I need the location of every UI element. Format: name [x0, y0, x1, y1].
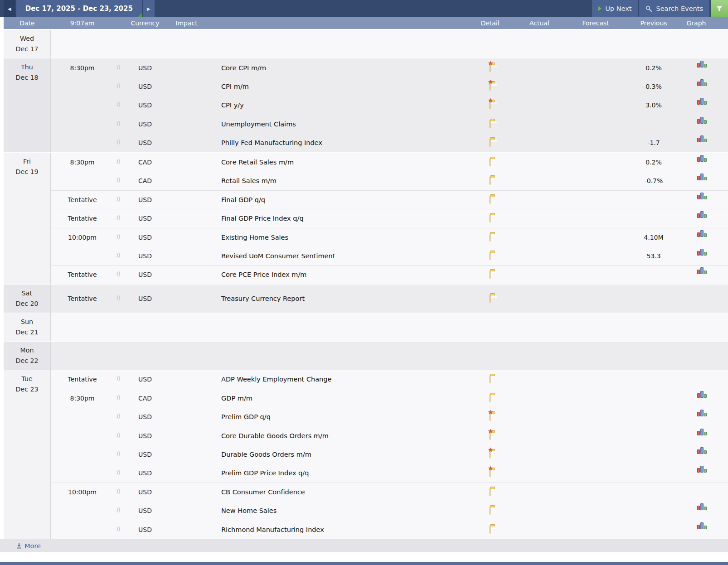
event-name[interactable]: Durable Goods Orders m/m	[221, 451, 311, 458]
alert-icon[interactable]	[116, 488, 121, 495]
detail-folder-icon[interactable]: ★	[490, 177, 490, 185]
day-group: Sun Dec 21	[4, 313, 728, 341]
event-row: Tentative USD Final GDP Price Index q/q …	[51, 209, 728, 227]
event-name[interactable]: CB Consumer Confidence	[221, 488, 305, 496]
alert-icon[interactable]	[116, 507, 121, 513]
alert-icon[interactable]	[116, 139, 121, 145]
event-row: USD CPI m/m ★ 0.3%	[51, 77, 728, 96]
alert-icon[interactable]	[116, 64, 121, 71]
alert-icon[interactable]	[116, 450, 121, 457]
event-name[interactable]: Core PCE Price Index m/m	[221, 271, 306, 278]
event-name[interactable]: ADP Weekly Employment Change	[221, 376, 331, 383]
event-name[interactable]: Unemployment Claims	[221, 121, 296, 128]
detail-folder-icon[interactable]: ★	[490, 196, 490, 204]
alert-icon[interactable]	[116, 295, 121, 301]
alert-icon[interactable]	[116, 270, 121, 277]
up-next-button[interactable]: Up Next	[592, 0, 638, 17]
date-range-button[interactable]: Dec 17, 2025 - Dec 23, 2025	[16, 0, 142, 17]
detail-folder-icon[interactable]: ★	[490, 233, 490, 241]
detail-folder-icon[interactable]: ★	[490, 488, 490, 496]
alert-icon[interactable]	[116, 196, 121, 203]
event-name[interactable]: CPI y/y	[221, 101, 244, 109]
event-name[interactable]: Final GDP q/q	[221, 196, 265, 203]
detail-folder-icon[interactable]: ★	[490, 469, 490, 477]
day-name: Sun	[4, 317, 50, 327]
event-currency: USD	[123, 139, 167, 146]
alert-icon[interactable]	[116, 101, 121, 108]
event-name[interactable]: Philly Fed Manufacturing Index	[221, 139, 322, 146]
previous-value: 0.2%	[621, 64, 686, 72]
more-link[interactable]: More	[16, 542, 41, 550]
detail-folder-icon[interactable]: ★	[490, 270, 490, 279]
detail-folder-icon[interactable]: ★	[490, 375, 490, 383]
detail-folder-icon[interactable]: ★	[490, 450, 490, 459]
alert-icon[interactable]	[116, 214, 121, 221]
detail-folder-icon[interactable]: ★	[490, 158, 490, 166]
event-currency: USD	[123, 196, 167, 203]
event-name[interactable]: CPI m/m	[221, 83, 249, 90]
detail-folder-icon[interactable]: ★	[490, 252, 490, 260]
impact-header: Impact	[167, 19, 206, 27]
detail-folder-icon[interactable]: ★	[490, 139, 490, 147]
prev-week-button[interactable]: ◀	[4, 0, 15, 17]
event-name[interactable]: Existing Home Sales	[221, 234, 288, 241]
alert-icon[interactable]	[116, 526, 121, 532]
alert-icon[interactable]	[116, 413, 121, 420]
detail-folder-icon[interactable]: ★	[490, 394, 490, 402]
detail-folder-icon[interactable]: ★	[490, 526, 490, 534]
detail-folder-icon[interactable]: ★	[490, 82, 490, 91]
date-range-label: Dec 17, 2025 - Dec 23, 2025	[25, 5, 133, 13]
detail-folder-icon[interactable]: ★	[490, 432, 490, 440]
event-currency: CAD	[123, 395, 167, 402]
detail-folder-icon[interactable]: ★	[490, 120, 490, 128]
alert-icon[interactable]	[116, 394, 121, 401]
event-name[interactable]: GDP m/m	[221, 395, 252, 402]
event-name[interactable]: Treasury Currency Report	[221, 295, 305, 302]
previous-value: -1.7	[621, 139, 686, 146]
event-currency: CAD	[123, 159, 167, 166]
event-name[interactable]: Prelim GDP q/q	[221, 413, 271, 420]
event-time: Tentative	[4, 196, 114, 203]
event-name[interactable]: Core Durable Goods Orders m/m	[221, 432, 329, 439]
alert-icon[interactable]	[116, 252, 121, 259]
event-currency: USD	[123, 252, 167, 260]
day-group: Fri Dec 19 8:30pm CAD Core Retail Sales …	[4, 152, 728, 284]
alert-icon[interactable]	[116, 158, 121, 165]
alert-icon[interactable]	[116, 233, 121, 240]
detail-folder-icon[interactable]: ★	[490, 214, 490, 222]
week-navigation: ◀ Dec 17, 2025 - Dec 23, 2025 ▶	[0, 0, 155, 17]
time-header-link[interactable]: 9:07am	[70, 19, 95, 27]
alert-icon[interactable]	[116, 469, 121, 476]
forecast-header: Forecast	[570, 19, 621, 27]
detail-folder-icon[interactable]: ★	[490, 64, 490, 72]
event-name[interactable]: Revised UoM Consumer Sentiment	[221, 252, 335, 260]
alert-icon[interactable]	[116, 177, 121, 184]
alert-icon[interactable]	[116, 432, 121, 439]
day-date: Dec 17	[4, 44, 50, 54]
filter-button[interactable]	[711, 0, 728, 17]
detail-folder-icon[interactable]: ★	[490, 413, 490, 421]
detail-folder-icon[interactable]: ★	[490, 295, 490, 303]
event-name[interactable]: Core Retail Sales m/m	[221, 159, 294, 166]
event-row: 10:00pm USD Existing Home Sales ★ 4.10M	[51, 228, 728, 246]
alert-icon[interactable]	[116, 120, 121, 127]
event-row: USD Richmond Manufacturing Index ★	[51, 520, 728, 539]
search-events-button[interactable]: Search Events	[639, 0, 709, 17]
next-week-button[interactable]: ▶	[143, 0, 155, 17]
detail-folder-icon[interactable]: ★	[490, 507, 490, 515]
event-name[interactable]: New Home Sales	[221, 507, 277, 514]
event-currency: USD	[123, 234, 167, 241]
event-name[interactable]: Richmond Manufacturing Index	[221, 526, 324, 533]
day-group: Thu Dec 18 8:30pm USD Core CPI m/m ★ 0.2…	[4, 58, 728, 152]
previous-value: 0.2%	[621, 159, 686, 166]
event-name[interactable]: Prelim GDP Price Index q/q	[221, 469, 309, 477]
calendar-body: Wed Dec 17 Thu Dec 18 8:30pm USD Core CP…	[4, 30, 728, 539]
alert-icon[interactable]	[116, 375, 121, 382]
date-cell: Mon Dec 22	[4, 342, 51, 370]
more-label: More	[24, 542, 41, 550]
detail-folder-icon[interactable]: ★	[490, 101, 490, 109]
event-name[interactable]: Core CPI m/m	[221, 64, 266, 72]
event-name[interactable]: Retail Sales m/m	[221, 177, 277, 184]
event-name[interactable]: Final GDP Price Index q/q	[221, 215, 304, 222]
alert-icon[interactable]	[116, 82, 121, 89]
